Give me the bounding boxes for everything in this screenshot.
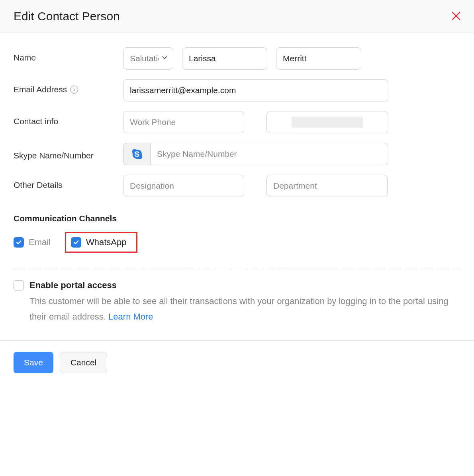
name-label: Name (14, 47, 123, 62)
contact-info-label: Contact info (14, 111, 123, 126)
skype-input[interactable] (150, 143, 388, 165)
save-button[interactable]: Save (14, 352, 53, 373)
skype-input-group (123, 143, 388, 165)
salutation-select-wrap (123, 47, 173, 70)
other-details-row: Other Details (14, 175, 460, 197)
cancel-button[interactable]: Cancel (60, 352, 107, 373)
channel-whatsapp[interactable]: WhatsApp (71, 237, 127, 248)
department-input[interactable] (266, 175, 388, 197)
portal-description: This customer will be able to see all th… (29, 294, 460, 324)
skype-row: Skype Name/Number (14, 143, 460, 165)
designation-input[interactable] (123, 175, 244, 197)
first-name-input[interactable] (182, 47, 267, 70)
portal-description-text: This customer will be able to see all th… (29, 296, 449, 322)
channels-heading: Communication Channels (14, 214, 460, 223)
learn-more-link[interactable]: Learn More (108, 312, 153, 322)
whatsapp-highlight: WhatsApp (65, 232, 137, 253)
name-row: Name (14, 47, 460, 70)
modal-title: Edit Contact Person (14, 10, 120, 23)
skype-icon (123, 143, 150, 165)
modal-footer: Save Cancel (0, 340, 474, 384)
email-label: Email Address i (14, 79, 123, 94)
email-row: Email Address i (14, 79, 460, 101)
divider (14, 268, 460, 268)
skype-label: Skype Name/Number (14, 143, 123, 163)
portal-label: Enable portal access (29, 280, 460, 291)
channel-email-label: Email (29, 237, 51, 248)
checkbox-checked-icon (71, 237, 81, 248)
email-label-text: Email Address (14, 85, 67, 94)
salutation-select[interactable] (123, 47, 173, 70)
modal-body: Name Email Address i (0, 33, 474, 340)
other-details-label: Other Details (14, 175, 123, 190)
channel-whatsapp-label: WhatsApp (86, 237, 127, 248)
channels-row: Email WhatsApp (14, 232, 460, 253)
last-name-input[interactable] (276, 47, 361, 70)
edit-contact-modal: Edit Contact Person Name (0, 0, 474, 384)
mobile-redacted (292, 117, 363, 128)
portal-checkbox[interactable] (14, 280, 24, 291)
checkbox-checked-icon (14, 237, 24, 248)
work-phone-input[interactable] (123, 111, 244, 133)
portal-section: Enable portal access This customer will … (14, 280, 460, 324)
close-icon[interactable] (452, 10, 460, 22)
modal-header: Edit Contact Person (0, 0, 474, 33)
channel-email[interactable]: Email (14, 237, 51, 248)
contact-info-row: Contact info (14, 111, 460, 133)
info-icon[interactable]: i (70, 86, 78, 94)
email-input[interactable] (123, 79, 388, 101)
mobile-input[interactable] (266, 111, 388, 133)
